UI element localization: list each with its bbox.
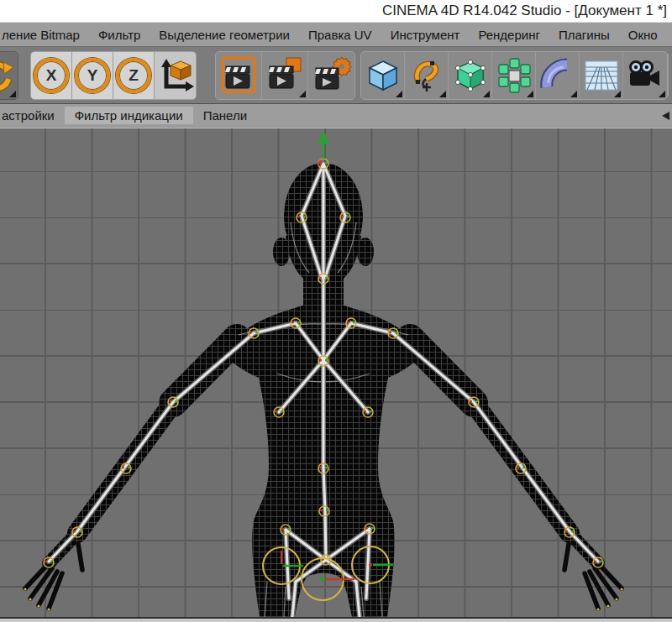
dropdown-corner-triangle (396, 91, 402, 97)
viewport-menu-collapse-arrow[interactable] (662, 112, 669, 120)
render-view-button[interactable] (216, 52, 262, 99)
coordinate-system-icon (157, 57, 194, 94)
lock-y-label: Y (87, 66, 98, 85)
rotate-tool-icon (0, 57, 15, 94)
menu-item-uv-edit[interactable]: Правка UV (299, 28, 381, 42)
dropdown-corner-triangle (614, 91, 621, 97)
lock-x-label: X (46, 66, 57, 85)
character-skeleton (49, 164, 598, 617)
lock-z-ring: Z (116, 58, 151, 93)
spline-pen-button[interactable] (405, 52, 449, 99)
menu-item-plugins[interactable]: Плагины (549, 28, 619, 42)
menu-item-bitmap[interactable]: ление Bitmap (0, 28, 89, 42)
floor-object-button[interactable] (580, 52, 623, 99)
viewport-canvas-figure (0, 128, 672, 617)
lock-y-ring: Y (75, 58, 110, 93)
panel-edge (0, 619, 672, 622)
viewport[interactable] (0, 128, 672, 617)
dropdown-corner-triangle (299, 91, 306, 97)
lock-x-ring: X (34, 58, 69, 93)
menu-item-window[interactable]: Окно (619, 28, 667, 42)
lock-z-button[interactable]: Z (113, 52, 155, 99)
menu-item-render[interactable]: Рендеринг (469, 28, 549, 42)
render-picture-viewer-icon (265, 55, 305, 96)
render-view-icon (218, 55, 259, 96)
array-object-button[interactable] (492, 52, 536, 99)
camera-object-icon (627, 57, 664, 94)
dropdown-corner-triangle (659, 91, 665, 97)
toolbar: X Y Z (0, 47, 672, 104)
bend-deformer-icon (539, 57, 576, 94)
cube-primitive-button[interactable] (361, 52, 405, 99)
lock-y-button[interactable]: Y (72, 52, 113, 99)
render-settings-button[interactable] (308, 52, 354, 99)
dropdown-corner-triangle (9, 91, 16, 97)
create-object-group (360, 51, 668, 100)
title-bar: CINEMA 4D R14.042 Studio - [Документ 1 *… (0, 0, 672, 23)
dropdown-corner-triangle (483, 91, 490, 97)
rotate-tool-button[interactable] (0, 51, 18, 100)
floor-object-icon (583, 57, 620, 94)
menu-item-tool[interactable]: Инструмент (381, 28, 470, 42)
subdivision-surface-icon (452, 57, 489, 94)
menu-item-filter[interactable]: Фильтр (89, 28, 150, 42)
spline-pen-icon (408, 57, 445, 94)
dropdown-corner-triangle (570, 91, 577, 97)
camera-object-button[interactable] (623, 52, 667, 99)
bend-deformer-button[interactable] (536, 52, 580, 99)
main-menubar: ление Bitmap Фильтр Выделение геометрии … (0, 23, 672, 47)
window-title: CINEMA 4D R14.042 Studio - [Документ 1 *… (382, 3, 667, 19)
render-settings-icon (312, 55, 352, 96)
dropdown-corner-triangle (439, 91, 446, 97)
coordinate-system-button[interactable] (155, 52, 196, 99)
lock-z-label: Z (129, 66, 139, 85)
subdivision-surface-button[interactable] (449, 52, 492, 99)
viewport-menubar: астройки Фильтр индикации Панели (0, 104, 672, 128)
lock-x-button[interactable]: X (31, 52, 72, 99)
cube-primitive-icon (365, 57, 402, 94)
array-object-icon (496, 57, 533, 94)
render-group (215, 51, 355, 100)
axis-lock-group: X Y Z (30, 51, 197, 100)
viewport-menu-settings[interactable]: астройки (0, 107, 65, 124)
menu-item-geometry-selection[interactable]: Выделение геометрии (150, 28, 299, 42)
render-picture-viewer-button[interactable] (262, 52, 308, 99)
toolbar-right-separator (668, 54, 669, 97)
viewport-menu-panels[interactable]: Панели (193, 107, 257, 124)
dropdown-corner-triangle (527, 91, 533, 97)
viewport-menu-display-filter[interactable]: Фильтр индикации (65, 107, 193, 124)
